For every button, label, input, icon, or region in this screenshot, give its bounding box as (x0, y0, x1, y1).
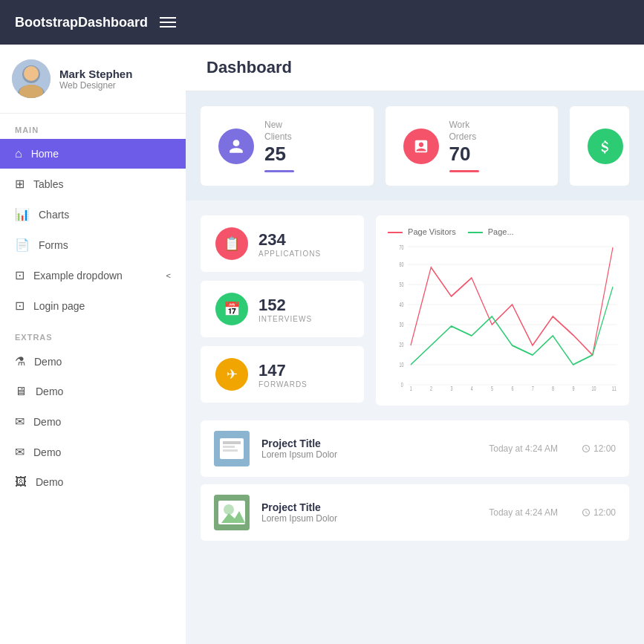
sidebar-item-demo4[interactable]: ✉ Demo (0, 437, 186, 467)
sidebar-item-tables[interactable]: ⊞ Tables (0, 169, 186, 199)
sidebar-item-forms-label: Forms (39, 239, 68, 251)
project-desc-2: Lorem Ipsum Dolor (261, 513, 477, 524)
sidebar-item-demo5-label: Demo (36, 476, 63, 488)
home-icon: ⌂ (15, 147, 22, 160)
sidebar-item-demo5[interactable]: 🖼 Demo (0, 467, 186, 497)
mini-card-applications: 📋 234 APPLICATIONS (201, 215, 364, 272)
stat-info-orders: WorkOrders 70 (449, 120, 541, 172)
sidebar-item-dropdown[interactable]: ⊡ Example dropdown < (0, 260, 186, 290)
svg-text:3: 3 (450, 385, 452, 391)
svg-text:7: 7 (532, 385, 534, 391)
svg-text:70: 70 (399, 244, 403, 252)
mail2-icon: ✉ (15, 445, 25, 459)
mini-card-interviews: 📅 152 INTERVIEWS (201, 281, 364, 337)
sidebar-item-demo3[interactable]: ✉ Demo (0, 406, 186, 437)
stat-card-orders: WorkOrders 70 (386, 106, 559, 186)
svg-point-3 (24, 66, 39, 81)
project-thumb-2 (214, 495, 250, 530)
sidebar-section-main: MAIN (0, 114, 186, 139)
orders-value: 70 (449, 143, 541, 166)
stat-card-earnings (570, 106, 629, 186)
legend-page2-dot (468, 232, 483, 233)
chevron-icon: < (166, 271, 171, 280)
project-name-2: Project Title (261, 501, 477, 513)
project-desc-1: Lorem Ipsum Dolor (261, 449, 477, 460)
applications-info: 234 APPLICATIONS (258, 230, 321, 258)
svg-text:0: 0 (401, 381, 403, 389)
svg-rect-36 (223, 449, 238, 452)
project-name-1: Project Title (261, 438, 477, 449)
clients-label: NewClients (264, 120, 356, 143)
clients-bar (264, 170, 294, 172)
svg-point-39 (224, 504, 234, 515)
forms-icon: 📄 (15, 238, 30, 252)
sidebar-item-charts[interactable]: 📊 Charts (0, 199, 186, 230)
sidebar-item-charts-label: Charts (39, 209, 69, 221)
flask-icon: ⚗ (15, 354, 25, 368)
sidebar: Mark Stephen Web Designer MAIN ⌂ Home ⊞ … (0, 45, 186, 644)
mid-section: 📋 234 APPLICATIONS 📅 152 INTERVIEWS ✈ (186, 201, 644, 420)
clients-value: 25 (264, 143, 356, 166)
sidebar-item-tables-label: Tables (33, 178, 63, 190)
clients-icon-circle (218, 129, 254, 164)
legend-visitors: Page Visitors (388, 227, 456, 236)
sidebar-user-name: Mark Stephen (59, 68, 132, 80)
login-icon: ⊡ (15, 299, 25, 313)
applications-icon: 📋 (215, 227, 248, 260)
svg-rect-35 (223, 446, 235, 448)
svg-text:10: 10 (592, 385, 596, 391)
svg-text:5: 5 (491, 385, 493, 391)
stats-band: NewClients 25 WorkOrders 70 (186, 91, 644, 201)
svg-text:30: 30 (399, 321, 403, 329)
interviews-label: INTERVIEWS (258, 315, 312, 323)
sidebar-item-dropdown-label: Example dropdown (33, 270, 123, 282)
tables-icon: ⊞ (15, 177, 25, 191)
svg-text:9: 9 (572, 385, 574, 391)
sidebar-profile: Mark Stephen Web Designer (0, 45, 186, 114)
line-chart: 0 10 20 30 40 50 60 70 (388, 242, 617, 391)
project-clock-2: 12:00 (582, 507, 616, 518)
navbar: BootstrapDashboard (0, 0, 644, 45)
sidebar-item-demo1[interactable]: ⚗ Demo (0, 346, 186, 377)
chart-area: Page Visitors Page... 0 10 20 30 40 50 6… (376, 215, 629, 406)
project-row-1: Project Title Lorem Ipsum Dolor Today at… (201, 420, 629, 477)
svg-text:6: 6 (511, 385, 513, 391)
svg-text:40: 40 (399, 301, 403, 309)
svg-rect-34 (223, 441, 241, 444)
menu-toggle-button[interactable] (160, 17, 176, 27)
interviews-icon: 📅 (215, 293, 248, 325)
sidebar-item-login[interactable]: ⊡ Login page (0, 290, 186, 321)
svg-text:11: 11 (612, 385, 617, 391)
svg-text:20: 20 (399, 341, 403, 349)
orders-icon-circle (403, 129, 439, 164)
project-thumb-1 (214, 431, 250, 466)
mail-icon: ✉ (15, 414, 25, 429)
sidebar-item-demo2[interactable]: 🖥 Demo (0, 377, 186, 406)
project-clock-1: 12:00 (582, 443, 616, 454)
sidebar-user-role: Web Designer (59, 80, 132, 91)
sidebar-item-demo2-label: Demo (36, 386, 63, 397)
project-row-2: Project Title Lorem Ipsum Dolor Today at… (201, 484, 629, 541)
project-info-2: Project Title Lorem Ipsum Dolor (261, 501, 477, 524)
page-title: Dashboard (206, 58, 623, 77)
sidebar-item-demo1-label: Demo (34, 356, 62, 368)
mini-card-forwards: ✈ 147 FORWARDS (201, 346, 364, 403)
legend-visitors-dot (388, 232, 403, 233)
forwards-label: FORWARDS (258, 380, 308, 388)
svg-text:2: 2 (430, 385, 432, 391)
forwards-info: 147 FORWARDS (258, 361, 308, 388)
image-icon: 🖼 (15, 475, 27, 489)
sidebar-item-forms[interactable]: 📄 Forms (0, 230, 186, 260)
svg-text:1: 1 (410, 385, 412, 391)
projects-section: Project Title Lorem Ipsum Dolor Today at… (186, 420, 644, 563)
svg-text:4: 4 (471, 385, 473, 391)
page-header: Dashboard (186, 45, 644, 91)
stat-card-clients: NewClients 25 (201, 106, 374, 186)
project-time-1: Today at 4:24 AM (489, 443, 558, 454)
earnings-icon-circle (588, 129, 623, 164)
sidebar-item-home[interactable]: ⌂ Home (0, 139, 186, 169)
brand-bold: Dashboard (78, 15, 148, 30)
forwards-icon: ✈ (215, 358, 248, 391)
orders-label: WorkOrders (449, 120, 541, 143)
legend-page2: Page... (468, 227, 514, 236)
